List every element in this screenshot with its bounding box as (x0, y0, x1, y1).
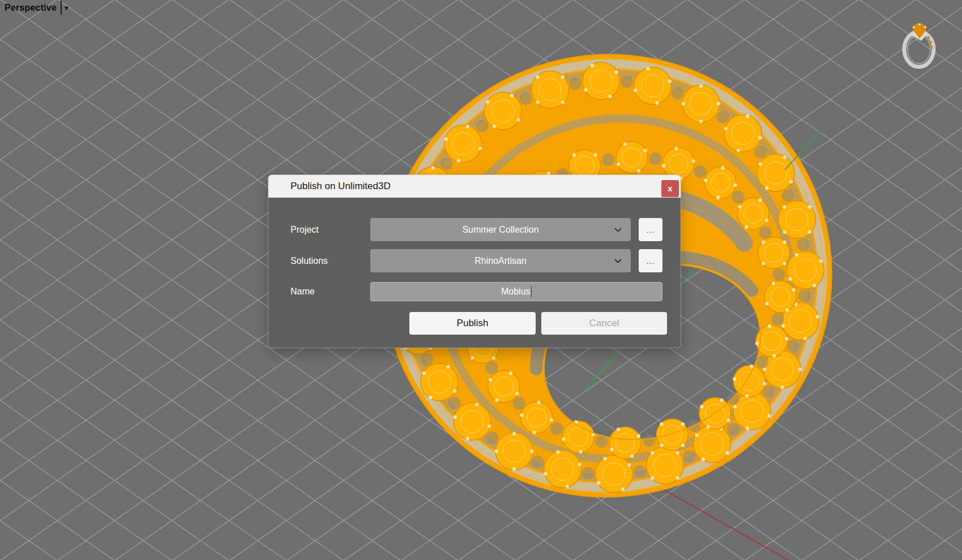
text-caret (531, 286, 532, 298)
name-input-value: Mobius (501, 287, 531, 297)
solutions-browse-button[interactable]: ... (639, 249, 662, 272)
close-button[interactable]: x (661, 180, 679, 197)
solutions-select-value: RhinoArtisan (474, 256, 527, 266)
chevron-down-icon (614, 259, 622, 263)
viewport-menu-divider (61, 1, 62, 15)
chevron-down-icon (614, 228, 622, 232)
solutions-select[interactable]: RhinoArtisan (370, 249, 631, 272)
publish-button[interactable]: Publish (409, 312, 536, 335)
dialog-title: Publish on Unlimited3D (290, 175, 391, 198)
name-label: Name (290, 282, 315, 301)
cancel-button[interactable]: Cancel (541, 312, 667, 335)
project-select-value: Summer Collection (462, 225, 538, 235)
rhino-3d-viewport[interactable]: Perspective ▼ Publish on Unlimited3D x P… (0, 0, 962, 560)
ring-thumbnail-icon (898, 14, 941, 70)
viewport-title: Perspective (5, 3, 57, 13)
ellipsis-icon: ... (647, 225, 655, 234)
ellipsis-icon: ... (647, 257, 655, 266)
dialog-titlebar[interactable]: Publish on Unlimited3D x (268, 175, 681, 198)
publish-dialog: Publish on Unlimited3D x Project Summer … (268, 175, 681, 348)
name-input[interactable]: Mobius (370, 282, 662, 301)
project-select[interactable]: Summer Collection (370, 218, 631, 241)
project-label: Project (290, 218, 319, 241)
close-icon: x (668, 184, 672, 193)
solutions-label: Solutions (290, 249, 328, 272)
viewport-menu-arrow-icon[interactable]: ▼ (63, 5, 70, 11)
project-browse-button[interactable]: ... (639, 218, 662, 241)
viewport-title-menu[interactable]: Perspective ▼ (5, 1, 70, 15)
